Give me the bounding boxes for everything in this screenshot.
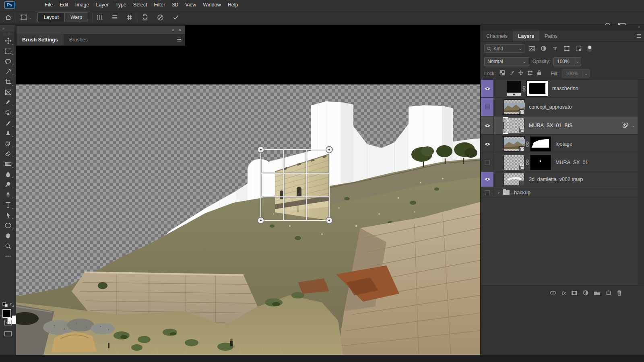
tab-brush-settings[interactable]: Brush Settings (17, 34, 64, 45)
menu-3d[interactable]: 3D (172, 2, 178, 8)
menu-image[interactable]: Image (75, 2, 89, 8)
panel-menu-icon[interactable]: ☰ (177, 37, 182, 43)
layer-row-3d-damietta[interactable]: 3d_damietta_v002 trasp (481, 172, 638, 187)
visibility-toggle[interactable] (481, 117, 494, 134)
lock-all-icon[interactable] (537, 70, 542, 77)
layer-thumbnail[interactable] (504, 155, 524, 170)
mask-link-icon[interactable] (524, 159, 530, 165)
rectangular-marquee-tool[interactable] (0, 46, 16, 57)
shape-layer-filter-icon[interactable] (562, 45, 571, 53)
screen-mode-icon[interactable] (0, 329, 16, 339)
document-canvas[interactable] (16, 25, 480, 355)
pen-tool[interactable] (0, 190, 16, 200)
brush-tool[interactable] (0, 118, 16, 128)
layer-name[interactable]: mascherino (552, 86, 578, 91)
new-group-icon[interactable] (594, 290, 601, 296)
lock-artboard-icon[interactable] (527, 70, 533, 77)
visibility-toggle[interactable] (481, 98, 494, 116)
frame-tool[interactable] (0, 87, 16, 98)
layer-row-mascherino[interactable]: mascherino (481, 80, 638, 98)
eyedropper-tool[interactable] (0, 97, 16, 108)
menu-window[interactable]: Window (203, 2, 221, 8)
blend-mode-select[interactable]: Normal ⌄ (484, 57, 529, 66)
layer-mask-thumbnail[interactable] (530, 155, 551, 170)
lasso-tool[interactable] (0, 56, 16, 67)
layer-mask-thumbnail[interactable] (530, 136, 551, 152)
menu-edit[interactable]: Edit (60, 2, 68, 8)
adjustment-layer-filter-icon[interactable] (539, 45, 548, 53)
layer-thumbnail[interactable] (504, 173, 524, 186)
type-tool[interactable] (0, 200, 16, 210)
layer-mask-thumbnail[interactable] (527, 81, 548, 96)
layout-mode-button[interactable]: Layout (38, 13, 64, 22)
more-tools-icon[interactable] (0, 251, 16, 262)
commit-transform-icon[interactable] (172, 14, 180, 21)
smart-filter-icon[interactable] (621, 122, 629, 129)
healing-patch-tool[interactable] (0, 108, 16, 118)
mask-link-icon[interactable] (521, 86, 527, 92)
eraser-tool[interactable] (0, 149, 16, 159)
smart-object-filter-icon[interactable] (574, 45, 583, 53)
add-mask-icon[interactable] (571, 290, 578, 296)
hand-tool[interactable] (0, 231, 16, 241)
expand-group-icon[interactable]: › (498, 189, 500, 195)
reset-warp-icon[interactable] (141, 14, 149, 21)
collapse-panel-icon[interactable]: « (172, 28, 174, 32)
opacity-input[interactable]: 100% ⌄ (553, 57, 581, 66)
history-brush-tool[interactable] (0, 138, 16, 149)
adjustment-icon[interactable] (583, 290, 588, 296)
ellipse-shape-tool[interactable] (0, 220, 16, 231)
panel-header[interactable]: « ✕ (16, 25, 185, 34)
layer-row-backup-group[interactable]: › backup (481, 187, 638, 198)
layer-name[interactable]: MURA_SX_01 (555, 160, 588, 165)
menu-layer[interactable]: Layer (96, 2, 108, 8)
layer-thumbnail[interactable] (504, 136, 524, 152)
lock-transparency-icon[interactable] (500, 70, 505, 77)
panel-menu-icon[interactable]: ☰ (636, 33, 641, 39)
layer-style-icon[interactable]: fx (562, 290, 566, 296)
layer-name[interactable]: backup (514, 190, 530, 195)
dodge-tool[interactable] (0, 179, 16, 190)
layer-thumbnail[interactable] (504, 99, 524, 115)
layer-name[interactable]: footage (555, 141, 572, 147)
tab-paths[interactable]: Paths (539, 31, 563, 41)
layer-row-mura-sx-01-bis[interactable]: MURA_SX_01_BIS ⌄ (481, 117, 638, 135)
layer-row-concept-approvato[interactable]: concept_approvato (481, 98, 638, 116)
swap-colors-icon[interactable] (0, 302, 16, 308)
tab-layers[interactable]: Layers (513, 31, 539, 41)
clone-stamp-tool[interactable] (0, 128, 16, 139)
menu-file[interactable]: File (45, 2, 53, 8)
pixel-layer-filter-icon[interactable] (527, 45, 536, 53)
visibility-toggle[interactable] (481, 135, 494, 153)
link-layers-icon[interactable] (549, 291, 557, 295)
crop-tool[interactable] (0, 77, 16, 87)
toolbar-grip[interactable]: |||||||| (0, 32, 16, 36)
menu-filter[interactable]: Filter (154, 2, 165, 8)
collapse-toolbar-icon[interactable]: » (0, 25, 16, 32)
magic-wand-tool[interactable] (0, 67, 16, 77)
visibility-toggle[interactable] (481, 80, 494, 97)
layer-thumbnail[interactable] (504, 118, 524, 133)
zoom-tool[interactable] (0, 241, 16, 251)
chevron-down-icon[interactable]: ⌄ (632, 123, 635, 128)
fill-input[interactable]: 100% ⌄ (562, 69, 590, 78)
warp-mode-button[interactable]: Warp (64, 13, 88, 22)
move-tool[interactable] (0, 36, 16, 46)
tab-channels[interactable]: Channels (481, 31, 513, 41)
delete-layer-icon[interactable] (617, 290, 622, 296)
lock-position-icon[interactable] (518, 70, 524, 77)
new-layer-icon[interactable] (606, 290, 611, 296)
visibility-toggle[interactable] (481, 172, 494, 187)
home-icon[interactable] (5, 14, 12, 21)
split-warp-vertical-icon[interactable] (97, 14, 103, 21)
layer-row-footage[interactable]: footage (481, 135, 638, 153)
smart-filter-controls[interactable]: ⌄ (621, 122, 635, 129)
foreground-color-swatch[interactable] (2, 309, 11, 318)
menu-help[interactable]: Help (228, 2, 238, 8)
layer-name[interactable]: 3d_damietta_v002 trasp (529, 177, 583, 182)
blur-tool[interactable] (0, 169, 16, 180)
split-warp-cross-icon[interactable] (126, 14, 133, 21)
menu-type[interactable]: Type (116, 2, 126, 8)
layer-row-mura-sx-01[interactable]: MURA_SX_01 (481, 154, 638, 171)
menu-view[interactable]: View (185, 2, 196, 8)
